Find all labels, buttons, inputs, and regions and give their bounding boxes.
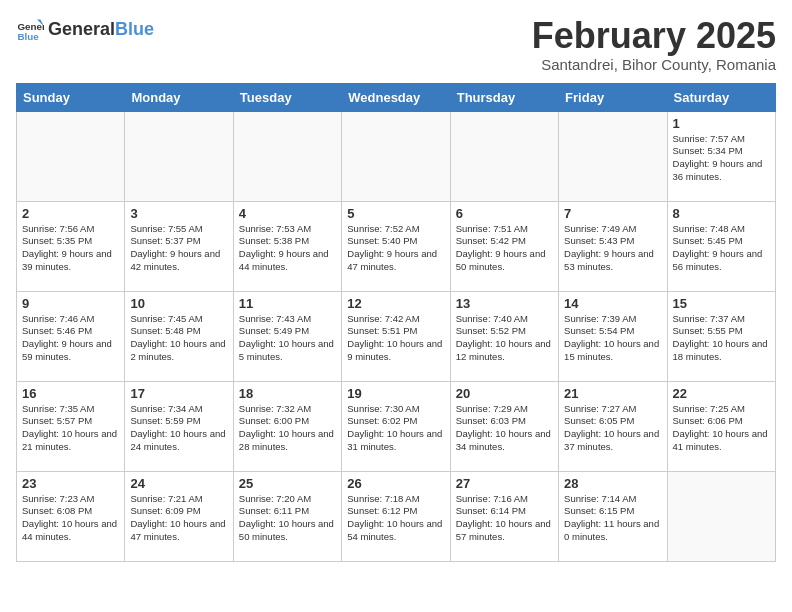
day-info: Sunrise: 7:14 AM Sunset: 6:15 PM Dayligh… (564, 493, 661, 544)
day-info: Sunrise: 7:48 AM Sunset: 5:45 PM Dayligh… (673, 223, 770, 274)
day-info: Sunrise: 7:35 AM Sunset: 5:57 PM Dayligh… (22, 403, 119, 454)
day-cell: 15Sunrise: 7:37 AM Sunset: 5:55 PM Dayli… (667, 291, 775, 381)
day-number: 20 (456, 386, 553, 401)
day-cell (342, 111, 450, 201)
day-number: 11 (239, 296, 336, 311)
logo-icon: General Blue (16, 16, 44, 44)
day-info: Sunrise: 7:30 AM Sunset: 6:02 PM Dayligh… (347, 403, 444, 454)
day-header-monday: Monday (125, 83, 233, 111)
day-info: Sunrise: 7:55 AM Sunset: 5:37 PM Dayligh… (130, 223, 227, 274)
day-number: 21 (564, 386, 661, 401)
day-number: 1 (673, 116, 770, 131)
day-info: Sunrise: 7:51 AM Sunset: 5:42 PM Dayligh… (456, 223, 553, 274)
day-number: 27 (456, 476, 553, 491)
day-cell: 17Sunrise: 7:34 AM Sunset: 5:59 PM Dayli… (125, 381, 233, 471)
title-area: February 2025 Santandrei, Bihor County, … (532, 16, 776, 73)
day-cell (17, 111, 125, 201)
day-header-saturday: Saturday (667, 83, 775, 111)
day-cell: 4Sunrise: 7:53 AM Sunset: 5:38 PM Daylig… (233, 201, 341, 291)
day-number: 15 (673, 296, 770, 311)
day-number: 5 (347, 206, 444, 221)
calendar-table: SundayMondayTuesdayWednesdayThursdayFrid… (16, 83, 776, 562)
day-number: 9 (22, 296, 119, 311)
day-number: 8 (673, 206, 770, 221)
day-cell: 1Sunrise: 7:57 AM Sunset: 5:34 PM Daylig… (667, 111, 775, 201)
logo-blue-text: Blue (115, 20, 154, 40)
day-info: Sunrise: 7:39 AM Sunset: 5:54 PM Dayligh… (564, 313, 661, 364)
day-number: 25 (239, 476, 336, 491)
header: General Blue GeneralBlue February 2025 S… (16, 16, 776, 73)
day-info: Sunrise: 7:53 AM Sunset: 5:38 PM Dayligh… (239, 223, 336, 274)
day-number: 23 (22, 476, 119, 491)
day-number: 13 (456, 296, 553, 311)
day-info: Sunrise: 7:52 AM Sunset: 5:40 PM Dayligh… (347, 223, 444, 274)
day-number: 3 (130, 206, 227, 221)
day-info: Sunrise: 7:46 AM Sunset: 5:46 PM Dayligh… (22, 313, 119, 364)
day-number: 19 (347, 386, 444, 401)
day-info: Sunrise: 7:34 AM Sunset: 5:59 PM Dayligh… (130, 403, 227, 454)
day-number: 2 (22, 206, 119, 221)
day-cell: 25Sunrise: 7:20 AM Sunset: 6:11 PM Dayli… (233, 471, 341, 561)
day-cell (450, 111, 558, 201)
day-cell: 11Sunrise: 7:43 AM Sunset: 5:49 PM Dayli… (233, 291, 341, 381)
day-info: Sunrise: 7:40 AM Sunset: 5:52 PM Dayligh… (456, 313, 553, 364)
day-cell: 14Sunrise: 7:39 AM Sunset: 5:54 PM Dayli… (559, 291, 667, 381)
day-cell (667, 471, 775, 561)
day-info: Sunrise: 7:23 AM Sunset: 6:08 PM Dayligh… (22, 493, 119, 544)
day-info: Sunrise: 7:32 AM Sunset: 6:00 PM Dayligh… (239, 403, 336, 454)
day-number: 22 (673, 386, 770, 401)
day-info: Sunrise: 7:45 AM Sunset: 5:48 PM Dayligh… (130, 313, 227, 364)
week-row-5: 23Sunrise: 7:23 AM Sunset: 6:08 PM Dayli… (17, 471, 776, 561)
day-info: Sunrise: 7:18 AM Sunset: 6:12 PM Dayligh… (347, 493, 444, 544)
day-number: 4 (239, 206, 336, 221)
day-cell: 13Sunrise: 7:40 AM Sunset: 5:52 PM Dayli… (450, 291, 558, 381)
logo: General Blue GeneralBlue (16, 16, 154, 44)
day-header-sunday: Sunday (17, 83, 125, 111)
day-info: Sunrise: 7:42 AM Sunset: 5:51 PM Dayligh… (347, 313, 444, 364)
day-number: 14 (564, 296, 661, 311)
day-cell: 26Sunrise: 7:18 AM Sunset: 6:12 PM Dayli… (342, 471, 450, 561)
day-number: 17 (130, 386, 227, 401)
day-cell: 3Sunrise: 7:55 AM Sunset: 5:37 PM Daylig… (125, 201, 233, 291)
calendar-title: February 2025 (532, 16, 776, 56)
day-number: 10 (130, 296, 227, 311)
day-header-wednesday: Wednesday (342, 83, 450, 111)
day-number: 6 (456, 206, 553, 221)
day-number: 26 (347, 476, 444, 491)
day-cell: 20Sunrise: 7:29 AM Sunset: 6:03 PM Dayli… (450, 381, 558, 471)
day-number: 24 (130, 476, 227, 491)
week-row-4: 16Sunrise: 7:35 AM Sunset: 5:57 PM Dayli… (17, 381, 776, 471)
week-row-1: 1Sunrise: 7:57 AM Sunset: 5:34 PM Daylig… (17, 111, 776, 201)
day-cell: 7Sunrise: 7:49 AM Sunset: 5:43 PM Daylig… (559, 201, 667, 291)
day-info: Sunrise: 7:57 AM Sunset: 5:34 PM Dayligh… (673, 133, 770, 184)
day-number: 28 (564, 476, 661, 491)
day-cell: 18Sunrise: 7:32 AM Sunset: 6:00 PM Dayli… (233, 381, 341, 471)
day-cell: 21Sunrise: 7:27 AM Sunset: 6:05 PM Dayli… (559, 381, 667, 471)
day-headers-row: SundayMondayTuesdayWednesdayThursdayFrid… (17, 83, 776, 111)
day-number: 7 (564, 206, 661, 221)
day-number: 12 (347, 296, 444, 311)
week-row-2: 2Sunrise: 7:56 AM Sunset: 5:35 PM Daylig… (17, 201, 776, 291)
day-cell (125, 111, 233, 201)
day-info: Sunrise: 7:49 AM Sunset: 5:43 PM Dayligh… (564, 223, 661, 274)
day-header-thursday: Thursday (450, 83, 558, 111)
day-cell: 22Sunrise: 7:25 AM Sunset: 6:06 PM Dayli… (667, 381, 775, 471)
logo-general-text: General (48, 20, 115, 40)
day-info: Sunrise: 7:16 AM Sunset: 6:14 PM Dayligh… (456, 493, 553, 544)
day-header-tuesday: Tuesday (233, 83, 341, 111)
day-cell: 5Sunrise: 7:52 AM Sunset: 5:40 PM Daylig… (342, 201, 450, 291)
day-cell: 12Sunrise: 7:42 AM Sunset: 5:51 PM Dayli… (342, 291, 450, 381)
day-number: 16 (22, 386, 119, 401)
day-cell: 19Sunrise: 7:30 AM Sunset: 6:02 PM Dayli… (342, 381, 450, 471)
day-cell: 28Sunrise: 7:14 AM Sunset: 6:15 PM Dayli… (559, 471, 667, 561)
day-info: Sunrise: 7:56 AM Sunset: 5:35 PM Dayligh… (22, 223, 119, 274)
day-info: Sunrise: 7:27 AM Sunset: 6:05 PM Dayligh… (564, 403, 661, 454)
day-info: Sunrise: 7:25 AM Sunset: 6:06 PM Dayligh… (673, 403, 770, 454)
day-cell: 10Sunrise: 7:45 AM Sunset: 5:48 PM Dayli… (125, 291, 233, 381)
day-info: Sunrise: 7:43 AM Sunset: 5:49 PM Dayligh… (239, 313, 336, 364)
day-number: 18 (239, 386, 336, 401)
day-info: Sunrise: 7:37 AM Sunset: 5:55 PM Dayligh… (673, 313, 770, 364)
day-cell: 8Sunrise: 7:48 AM Sunset: 5:45 PM Daylig… (667, 201, 775, 291)
day-header-friday: Friday (559, 83, 667, 111)
day-info: Sunrise: 7:20 AM Sunset: 6:11 PM Dayligh… (239, 493, 336, 544)
